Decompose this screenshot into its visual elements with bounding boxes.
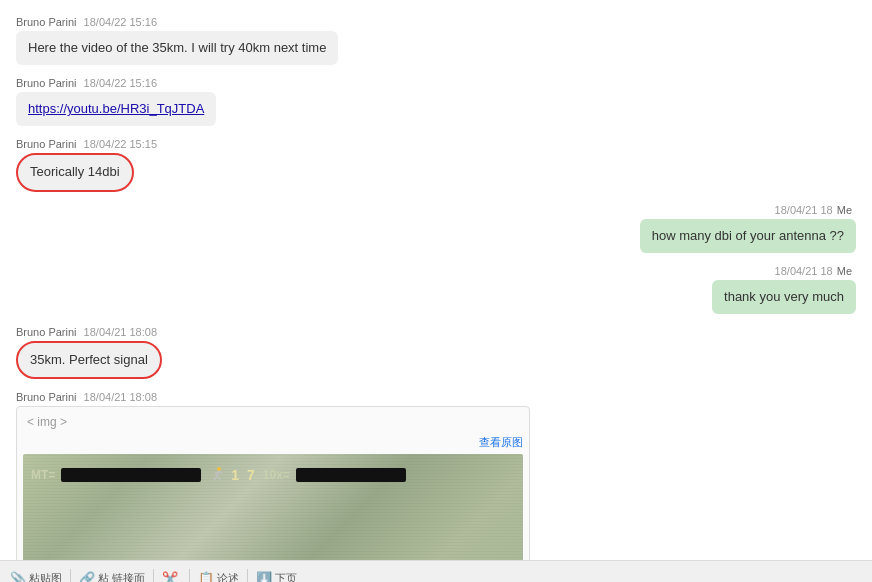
- toolbar-discuss-label: 论述: [217, 571, 239, 582]
- toolbar-divider: [70, 569, 71, 583]
- sender-name: Me: [837, 204, 852, 216]
- message-time: 18/04/21 18: [775, 204, 833, 216]
- chat-container: Bruno Parini 18/04/22 15:16 Here the vid…: [0, 0, 872, 560]
- sender-name: Me: [837, 265, 852, 277]
- clipboard-icon: 📋: [198, 571, 214, 583]
- toolbar-paste-link[interactable]: 🔗 粘 链接面: [79, 571, 145, 583]
- image-10x-label: 10x=: [263, 468, 290, 482]
- message-time: 18/04/21 18: [775, 265, 833, 277]
- sender-name: Bruno Parini: [16, 326, 77, 338]
- img-placeholder: < img >: [23, 413, 523, 431]
- image-black-bar-left: [61, 468, 201, 482]
- svg-point-0: [217, 467, 221, 471]
- message-row: Bruno Parini 18/04/22 15:16 Here the vid…: [0, 10, 872, 71]
- message-row: 18/04/21 18 Me thank you very much: [0, 259, 872, 320]
- message-time: 18/04/22 15:16: [84, 77, 157, 89]
- image-top-bar: MT= 1 7 10x=: [31, 466, 515, 484]
- message-bubble: Here the video of the 35km. I will try 4…: [16, 31, 338, 65]
- toolbar-next-page[interactable]: ⬇️ 下页: [256, 571, 297, 583]
- down-arrow-icon: ⬇️: [256, 571, 272, 583]
- image-mt-label: MT=: [31, 468, 55, 482]
- sender-name: Bruno Parini: [16, 391, 77, 403]
- bottom-toolbar: 📎 粘贴图 🔗 粘 链接面 ✂️ 📋 论述 ⬇️ 下页: [0, 560, 872, 582]
- toolbar-divider: [153, 569, 154, 583]
- svg-line-5: [219, 471, 222, 474]
- message-bubble-circled: Teorically 14dbi: [16, 153, 134, 191]
- toolbar-discuss[interactable]: 📋 论述: [198, 571, 239, 583]
- image-black-bar-right: [296, 468, 406, 482]
- message-bubble-link[interactable]: https://youtu.be/HR3i_TqJTDA: [16, 92, 216, 126]
- link-icon: 🔗: [79, 571, 95, 583]
- message-bubble-circled: 35km. Perfect signal: [16, 341, 162, 379]
- toolbar-cut[interactable]: ✂️: [162, 571, 181, 583]
- toolbar-divider: [247, 569, 248, 583]
- message-bubble: how many dbi of your antenna ??: [640, 219, 856, 253]
- svg-line-3: [217, 476, 220, 480]
- message-time: 18/04/21 18:08: [84, 391, 157, 403]
- sender-name: Bruno Parini: [16, 16, 77, 28]
- image-runner-icon: [207, 466, 225, 484]
- message-time: 18/04/21 18:08: [84, 326, 157, 338]
- paperclip-icon: 📎: [10, 571, 26, 583]
- view-original-link[interactable]: 查看原图: [23, 435, 523, 450]
- scissors-icon: ✂️: [162, 571, 178, 583]
- image-message-wrapper: < img > 查看原图 MT=: [16, 406, 530, 560]
- embedded-image: MT= 1 7 10x=: [23, 454, 523, 560]
- message-time: 18/04/22 15:16: [84, 16, 157, 28]
- toolbar-next-page-label: 下页: [275, 571, 297, 582]
- sender-name: Bruno Parini: [16, 138, 77, 150]
- toolbar-paste-image-label: 粘贴图: [29, 571, 62, 582]
- toolbar-paste-link-label: 粘 链接面: [98, 571, 145, 582]
- message-row: Bruno Parini 18/04/22 15:15 Teorically 1…: [0, 132, 872, 197]
- toolbar-paste-image[interactable]: 📎 粘贴图: [10, 571, 62, 583]
- message-row: Bruno Parini 18/04/21 18:08 < img > 查看原图…: [0, 385, 872, 560]
- message-row: Bruno Parini 18/04/22 15:16 https://yout…: [0, 71, 872, 132]
- message-row: Bruno Parini 18/04/21 18:08 35km. Perfec…: [0, 320, 872, 385]
- toolbar-divider: [189, 569, 190, 583]
- message-time: 18/04/22 15:15: [84, 138, 157, 150]
- message-bubble: thank you very much: [712, 280, 856, 314]
- sender-name: Bruno Parini: [16, 77, 77, 89]
- image-numbers: 1 7: [231, 467, 256, 483]
- message-row: 18/04/21 18 Me how many dbi of your ante…: [0, 198, 872, 259]
